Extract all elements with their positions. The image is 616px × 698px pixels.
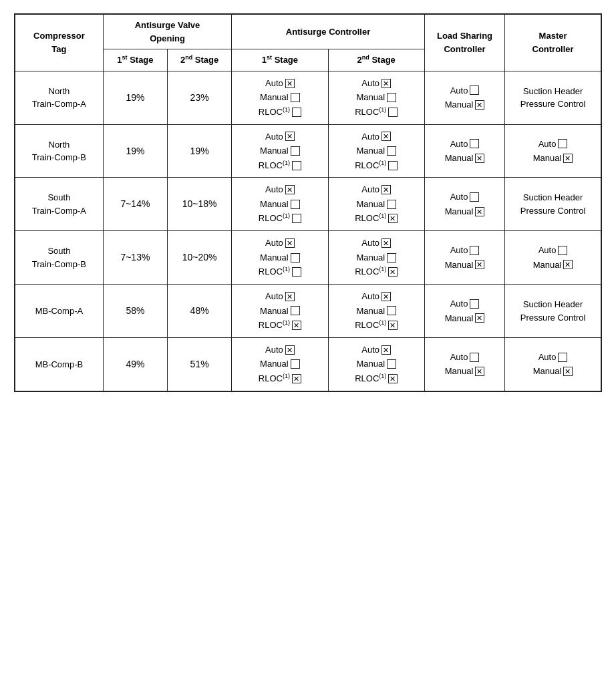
- compressor-tag-cell: MB-Comp-B: [15, 337, 103, 391]
- header-compressor-tag: CompressorTag: [15, 14, 103, 71]
- auto-label: Auto: [450, 351, 468, 364]
- checkbox-checked: [381, 79, 391, 88]
- auto-label: Auto: [265, 343, 283, 357]
- rloc-label: RLOC(1): [355, 106, 386, 119]
- table-row: NorthTrain-Comp-A19%23%Auto Manual RLOC(…: [15, 71, 601, 124]
- valve-stage2-cell: 48%: [168, 285, 232, 338]
- checkbox-checked: [475, 367, 484, 376]
- auto-label: Auto: [265, 290, 283, 303]
- compressor-tag-cell: SouthTrain-Comp-A: [15, 178, 103, 231]
- master-text: Suction Header: [523, 299, 583, 309]
- checkbox-empty: [291, 93, 300, 102]
- auto-label: Auto: [450, 190, 468, 204]
- valve-stage2-cell: 10~20%: [168, 231, 232, 285]
- load-sharing-cell: Auto Manual: [424, 124, 504, 178]
- checkbox-empty: [558, 139, 567, 148]
- auto-label: Auto: [361, 130, 379, 144]
- manual-label: Manual: [533, 365, 562, 378]
- controller-cell: Auto Manual RLOC(1): [232, 124, 328, 178]
- master-text: Pressure Control: [520, 313, 586, 323]
- auto-label: Auto: [265, 236, 283, 250]
- header-controller-stage1: 1st Stage: [232, 49, 328, 71]
- auto-label: Auto: [450, 138, 468, 151]
- compressor-tag-cell: NorthTrain-Comp-B: [15, 124, 103, 178]
- compressor-tag-cell: SouthTrain-Comp-B: [15, 231, 103, 285]
- valve-stage1-cell: 7~13%: [103, 231, 167, 285]
- load-sharing-cell: Auto Manual: [424, 178, 504, 231]
- checkbox-checked: [563, 367, 573, 376]
- controller-cell: Auto Manual RLOC(1): [232, 71, 328, 124]
- auto-label: Auto: [538, 138, 557, 151]
- manual-label: Manual: [445, 205, 474, 218]
- controller-cell: Auto Manual RLOC(1): [232, 231, 328, 285]
- compressor-tag-cell: NorthTrain-Comp-A: [15, 71, 103, 124]
- manual-label: Manual: [445, 98, 474, 112]
- checkbox-checked: [285, 345, 295, 355]
- rloc-label: RLOC(1): [259, 319, 290, 332]
- compressor-table: CompressorTag Antisurge ValveOpening Ant…: [14, 13, 602, 392]
- header-valve-stage1: 1st Stage: [103, 49, 167, 71]
- checkbox-empty: [470, 353, 479, 362]
- valve-stage2-cell: 51%: [168, 337, 232, 391]
- header-load-sharing: Load SharingController: [424, 14, 504, 71]
- auto-label: Auto: [450, 84, 468, 98]
- checkbox-checked: [292, 321, 301, 330]
- controller-cell: Auto Manual RLOC(1): [232, 337, 328, 391]
- manual-label: Manual: [260, 198, 289, 211]
- checkbox-empty: [291, 359, 300, 369]
- checkbox-empty: [387, 253, 396, 263]
- load-sharing-cell: Auto Manual: [424, 337, 504, 391]
- checkbox-checked: [381, 238, 391, 248]
- master-controller-cell: Suction HeaderPressure Control: [505, 71, 601, 124]
- controller-cell: Auto Manual RLOC(1): [328, 337, 424, 391]
- rloc-label: RLOC(1): [355, 372, 386, 385]
- valve-stage1-cell: 19%: [103, 71, 167, 124]
- checkbox-empty: [470, 192, 479, 202]
- checkbox-checked: [388, 321, 398, 330]
- rloc-label: RLOC(1): [259, 265, 290, 279]
- checkbox-empty: [387, 359, 396, 369]
- checkbox-empty: [292, 161, 301, 170]
- controller-cell: Auto Manual RLOC(1): [328, 231, 424, 285]
- manual-label: Manual: [356, 357, 385, 371]
- checkbox-checked: [475, 313, 484, 323]
- compressor-tag-cell: MB-Comp-A: [15, 285, 103, 338]
- checkbox-checked: [381, 132, 391, 141]
- checkbox-empty: [388, 161, 398, 170]
- auto-label: Auto: [265, 183, 283, 196]
- auto-label: Auto: [265, 77, 283, 90]
- checkbox-empty: [291, 146, 300, 156]
- checkbox-empty: [292, 214, 301, 223]
- checkbox-checked: [563, 154, 573, 163]
- manual-label: Manual: [260, 144, 289, 158]
- manual-label: Manual: [356, 144, 385, 158]
- master-controller-cell: Auto Manual: [505, 124, 601, 178]
- header-antisurge-controller: Antisurge Controller: [232, 14, 425, 49]
- controller-cell: Auto Manual RLOC(1): [328, 124, 424, 178]
- controller-cell: Auto Manual RLOC(1): [232, 285, 328, 338]
- table-row: MB-Comp-A58%48%Auto Manual RLOC(1) Auto …: [15, 285, 601, 338]
- auto-label: Auto: [361, 183, 379, 196]
- checkbox-checked: [381, 345, 391, 355]
- valve-stage1-cell: 49%: [103, 337, 167, 391]
- manual-label: Manual: [356, 198, 385, 211]
- controller-cell: Auto Manual RLOC(1): [328, 285, 424, 338]
- master-text: Pressure Control: [520, 99, 586, 109]
- controller-cell: Auto Manual RLOC(1): [232, 178, 328, 231]
- manual-label: Manual: [445, 258, 474, 272]
- checkbox-checked: [475, 207, 484, 216]
- checkbox-checked: [388, 267, 398, 277]
- load-sharing-cell: Auto Manual: [424, 71, 504, 124]
- checkbox-checked: [285, 185, 295, 194]
- manual-label: Manual: [533, 152, 562, 165]
- auto-label: Auto: [265, 130, 283, 144]
- controller-cell: Auto Manual RLOC(1): [328, 178, 424, 231]
- checkbox-empty: [387, 200, 396, 209]
- controller-cell: Auto Manual RLOC(1): [328, 71, 424, 124]
- table-row: SouthTrain-Comp-B7~13%10~20%Auto Manual …: [15, 231, 601, 285]
- table-row: NorthTrain-Comp-B19%19%Auto Manual RLOC(…: [15, 124, 601, 178]
- rloc-label: RLOC(1): [259, 372, 290, 385]
- load-sharing-cell: Auto Manual: [424, 231, 504, 285]
- manual-label: Manual: [260, 357, 289, 371]
- header-antisurge-valve: Antisurge ValveOpening: [103, 14, 231, 49]
